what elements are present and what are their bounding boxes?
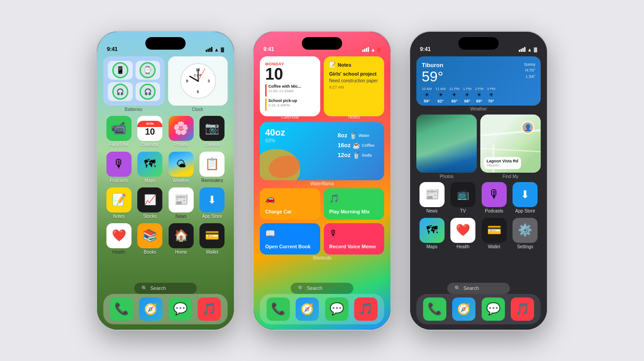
- widget-weather[interactable]: Tiburon 59° Sunny H:70° L:54° 10 AM ☀ 59…: [416, 56, 541, 106]
- dock-music-3[interactable]: 🎵: [511, 297, 534, 321]
- water-amount: 40oz: [265, 127, 285, 138]
- widget-water[interactable]: 40oz 63% 8oz 🥤 Water 16oz ☕ Coffee: [260, 122, 384, 180]
- app-grid-row3: 📝 Notes 📈 Stocks 📰 News ⬇ App Store: [103, 187, 228, 219]
- dark-app-wallet[interactable]: 💳 Wallet: [479, 218, 510, 249]
- water-item-3-label: Soda: [362, 153, 372, 157]
- dock-safari-2[interactable]: 🧭: [296, 297, 319, 321]
- forecast-10am: 10 AM ☀ 59°: [422, 87, 432, 103]
- dark-app-tv[interactable]: 📺 TV: [448, 182, 479, 213]
- app-reminders[interactable]: 📋 Reminders: [197, 152, 228, 183]
- f-temp-5: 70°: [488, 99, 494, 103]
- forecast-11am: 11 AM ☀ 62°: [436, 87, 446, 103]
- shortcut-book[interactable]: 📖 Open Current Book: [260, 223, 320, 255]
- app-maps[interactable]: 🗺 Maps: [135, 152, 166, 183]
- widget-notes[interactable]: 📝 Notes Girls' school project Need const…: [324, 56, 384, 116]
- cal-event-2-details: School pick-up 3:15–3:45PM: [268, 98, 297, 108]
- avatar-pin: 👤: [521, 121, 534, 134]
- dark-app-settings[interactable]: ⚙️ Settings: [510, 218, 541, 249]
- shortcut-music[interactable]: 🎵 Play Morning Mix: [324, 188, 384, 220]
- cal-event-2-title: School pick-up: [268, 98, 297, 104]
- wifi-icon-3: ▲: [527, 47, 532, 52]
- cal-widget-label: Calendar: [260, 115, 320, 119]
- cal-event-1: Coffee with Mic... 11:00–11:30AM: [265, 84, 315, 97]
- dock-messages-3[interactable]: 💬: [482, 297, 505, 321]
- notes-label: Notes: [113, 214, 125, 219]
- water-item-3: 12oz 🥤 Soda: [338, 152, 374, 159]
- f-time-2: 12 PM: [449, 87, 459, 91]
- app-photos[interactable]: 🌸 Photos: [165, 116, 197, 147]
- widget-batteries[interactable]: 📱 ⌚ 🎧 🎧: [103, 56, 165, 106]
- widget-findmy[interactable]: 👤 Lagoon Vista Rd Tiburon: [480, 115, 541, 173]
- dock-music-2[interactable]: 🎵: [354, 297, 377, 321]
- dark-news-label: News: [426, 208, 437, 213]
- app-calendar[interactable]: MON 10 Calendar: [135, 116, 166, 147]
- app-camera[interactable]: 📷 Camera: [197, 116, 228, 147]
- dock-phone-2[interactable]: 📞: [267, 297, 290, 321]
- f-icon-5: ☀: [489, 92, 494, 98]
- iphone-ring: 📱: [112, 62, 128, 78]
- weather-left: Tiburon 59°: [422, 62, 443, 85]
- app-wallet[interactable]: 💳 Wallet: [197, 223, 228, 255]
- app-health[interactable]: ❤️ Health: [103, 223, 135, 255]
- widget-photos[interactable]: [416, 115, 477, 173]
- search-icon-2: 🔍: [298, 285, 304, 291]
- dock-music-1[interactable]: 🎵: [198, 297, 221, 321]
- app-stocks[interactable]: 📈 Stocks: [135, 187, 166, 219]
- f-icon-1: ☀: [438, 92, 443, 98]
- search-bar-1[interactable]: 🔍 Search: [134, 283, 197, 294]
- shortcut-charge-car[interactable]: 🚗 Charge Car: [260, 188, 320, 220]
- podcasts-label: Podcasts: [110, 178, 128, 183]
- widget-calendar[interactable]: MONDAY 10 Coffee with Mic... 11:00–11:30…: [260, 56, 320, 116]
- weather-temp: 59°: [422, 68, 443, 85]
- app-news[interactable]: 📰 News: [165, 187, 197, 219]
- music-icon: 🎵: [329, 194, 379, 204]
- app-books[interactable]: 📚 Books: [135, 223, 166, 255]
- dock-phone-3[interactable]: 📞: [423, 297, 446, 321]
- dock-messages-2[interactable]: 💬: [325, 297, 348, 321]
- widget-clock[interactable]: 12 3 6 9 CUP: [168, 56, 228, 106]
- signal-icon-2: [362, 47, 369, 52]
- dark-maps-label: Maps: [427, 244, 437, 249]
- search-bar-2[interactable]: 🔍 Search: [291, 283, 353, 294]
- dark-app-podcasts[interactable]: 🎙 Podcasts: [479, 182, 510, 213]
- shortcut-voice[interactable]: 🎙 Record Voice Memo: [324, 223, 384, 255]
- appstore-icon: ⬇: [199, 187, 225, 212]
- dynamic-island-1: [145, 37, 186, 50]
- home-icon: 🏠: [169, 223, 194, 248]
- dock-safari-1[interactable]: 🧭: [139, 297, 162, 321]
- dark-appstore-icon: ⬇: [513, 182, 538, 207]
- search-bar-3[interactable]: 🔍 Search: [447, 283, 510, 294]
- app-home[interactable]: 🏠 Home: [165, 223, 197, 255]
- books-icon: 📚: [137, 223, 162, 248]
- dark-app-news[interactable]: 📰 News: [416, 182, 448, 213]
- notes-title-label: Notes: [338, 62, 352, 68]
- dock-messages-1[interactable]: 💬: [169, 297, 192, 321]
- dock-safari-3[interactable]: 🧭: [452, 297, 475, 321]
- battery-item-airpods: 🎧: [108, 82, 133, 101]
- dark-app-appstore[interactable]: ⬇ App Store: [510, 182, 541, 213]
- shortcut-charge-car-label: Charge Car: [265, 209, 315, 214]
- dark-wallet-label: Wallet: [488, 244, 500, 249]
- app-appstore[interactable]: ⬇ App Store: [197, 187, 228, 219]
- battery-item-iphone: 📱: [108, 61, 133, 80]
- f-icon-3: ☀: [465, 92, 470, 98]
- water-cup-icon: 🥤: [349, 132, 357, 139]
- app-notes[interactable]: 📝 Notes: [103, 187, 135, 219]
- f-icon-4: ☀: [477, 92, 482, 98]
- dark-settings-icon: ⚙️: [513, 218, 538, 243]
- dark-app-health[interactable]: ❤️ Health: [448, 218, 479, 249]
- dark-app-maps[interactable]: 🗺 Maps: [416, 218, 448, 249]
- water-item-2-label: Coffee: [362, 143, 374, 148]
- water-item-1-amount: 8oz: [338, 132, 347, 139]
- wallet-icon: 💳: [199, 223, 225, 248]
- dock-2: 📞 🧭 💬 🎵: [260, 294, 384, 324]
- water-widget-container: 40oz 63% 8oz 🥤 Water 16oz ☕ Coffee: [260, 122, 384, 186]
- f-temp-2: 66°: [451, 99, 458, 103]
- app-weather[interactable]: 🌤 Weather: [165, 152, 197, 183]
- dock-phone-1[interactable]: 📞: [110, 297, 133, 321]
- app-facetime[interactable]: 📹 FaceTime: [103, 116, 135, 147]
- app-grid-row1: 📹 FaceTime MON 10 Calendar 🌸 Photos 📷 Ca…: [103, 116, 228, 147]
- dark-podcasts-icon: 🎙: [482, 182, 507, 207]
- search-icon-3: 🔍: [454, 285, 461, 291]
- app-podcasts[interactable]: 🎙 Podcasts: [103, 152, 135, 183]
